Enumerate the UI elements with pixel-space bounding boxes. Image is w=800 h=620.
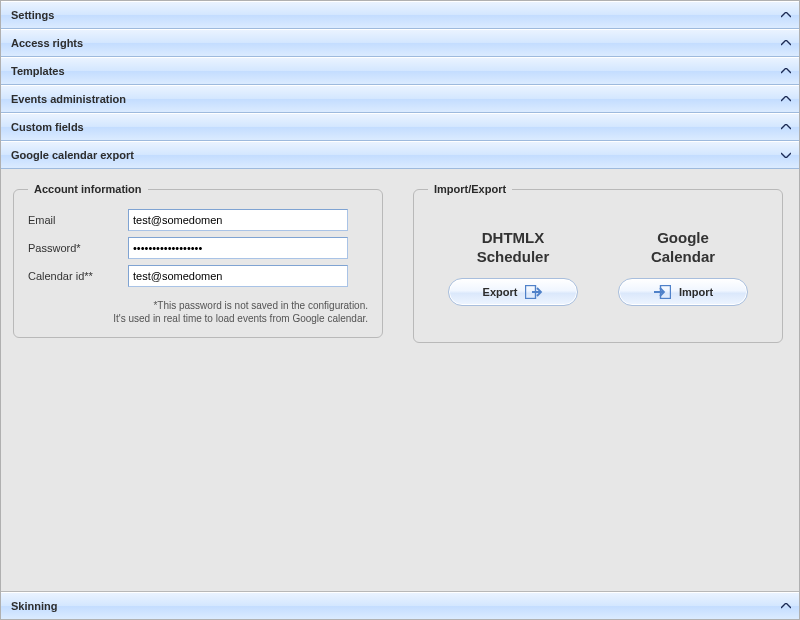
import-icon	[653, 285, 671, 299]
accordion-label: Access rights	[11, 30, 83, 56]
chevron-up-icon	[781, 40, 791, 46]
io-column-scheduler: DHTMLXScheduler Export	[448, 228, 578, 306]
fieldset-legend: Import/Export	[428, 183, 512, 195]
io-title-scheduler: DHTMLXScheduler	[477, 228, 550, 266]
export-button[interactable]: Export	[448, 278, 578, 306]
accordion-item-skinning: Skinning	[1, 592, 799, 619]
fieldset-import-export: Import/Export DHTMLXScheduler Export	[413, 183, 783, 343]
button-label: Import	[679, 286, 713, 298]
label-email: Email	[28, 214, 128, 226]
accordion-header[interactable]: Skinning	[1, 592, 799, 619]
hint-line: It's used in real time to load events fr…	[113, 313, 368, 324]
io-columns: DHTMLXScheduler Export	[428, 203, 768, 330]
io-column-google: GoogleCalendar Import	[618, 228, 748, 306]
accordion-header[interactable]: Settings	[1, 1, 799, 29]
chevron-up-icon	[781, 603, 791, 609]
accordion-label: Events administration	[11, 86, 126, 112]
io-title-google: GoogleCalendar	[651, 228, 715, 266]
hint-line: *This password is not saved in the confi…	[153, 300, 368, 311]
button-label: Export	[483, 286, 518, 298]
row-calendar-id: Calendar id**	[28, 265, 368, 287]
accordion-item-settings: Settings	[1, 1, 799, 29]
accordion-header[interactable]: Custom fields	[1, 113, 799, 141]
accordion-label: Templates	[11, 58, 65, 84]
accordion-item-google-export: Google calendar export Account informati…	[1, 141, 799, 592]
import-button[interactable]: Import	[618, 278, 748, 306]
export-icon	[525, 285, 543, 299]
fieldset-account-info: Account information Email Password* Cale…	[13, 183, 383, 338]
accordion-header[interactable]: Google calendar export	[1, 141, 799, 169]
label-password: Password*	[28, 242, 128, 254]
email-field[interactable]	[128, 209, 348, 231]
chevron-up-icon	[781, 12, 791, 18]
accordion-label: Settings	[11, 2, 54, 28]
label-calendar-id: Calendar id**	[28, 270, 128, 282]
accordion-body: Account information Email Password* Cale…	[1, 169, 799, 592]
row-password: Password*	[28, 237, 368, 259]
accordion-item-templates: Templates	[1, 57, 799, 85]
accordion-label: Google calendar export	[11, 142, 134, 168]
calendar-id-field[interactable]	[128, 265, 348, 287]
chevron-up-icon	[781, 68, 791, 74]
accordion-header[interactable]: Access rights	[1, 29, 799, 57]
accordion-item-events-admin: Events administration	[1, 85, 799, 113]
chevron-down-icon	[781, 152, 791, 158]
row-email: Email	[28, 209, 368, 231]
chevron-up-icon	[781, 96, 791, 102]
accordion: Settings Access rights Templates Events …	[0, 0, 800, 620]
password-field[interactable]	[128, 237, 348, 259]
accordion-label: Custom fields	[11, 114, 84, 140]
accordion-item-access-rights: Access rights	[1, 29, 799, 57]
password-hint: *This password is not saved in the confi…	[28, 299, 368, 325]
accordion-header[interactable]: Templates	[1, 57, 799, 85]
accordion-header[interactable]: Events administration	[1, 85, 799, 113]
accordion-label: Skinning	[11, 593, 57, 619]
accordion-item-custom-fields: Custom fields	[1, 113, 799, 141]
chevron-up-icon	[781, 124, 791, 130]
fieldset-legend: Account information	[28, 183, 148, 195]
